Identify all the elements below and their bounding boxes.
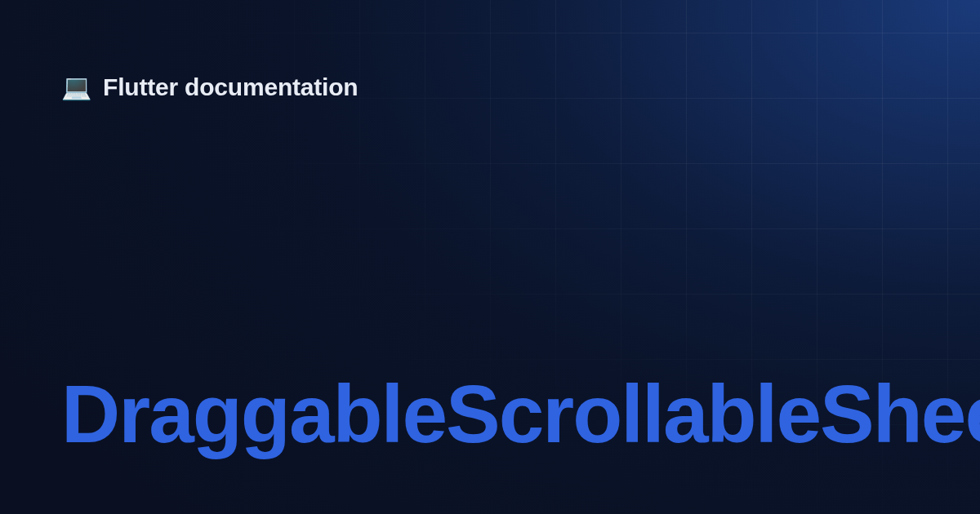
page-title: DraggableScrollableSheet — [61, 371, 919, 457]
site-header: 💻 Flutter documentation — [61, 73, 919, 101]
site-title: Flutter documentation — [103, 73, 358, 101]
laptop-icon: 💻 — [61, 75, 91, 100]
content-area: 💻 Flutter documentation DraggableScrolla… — [0, 0, 980, 514]
